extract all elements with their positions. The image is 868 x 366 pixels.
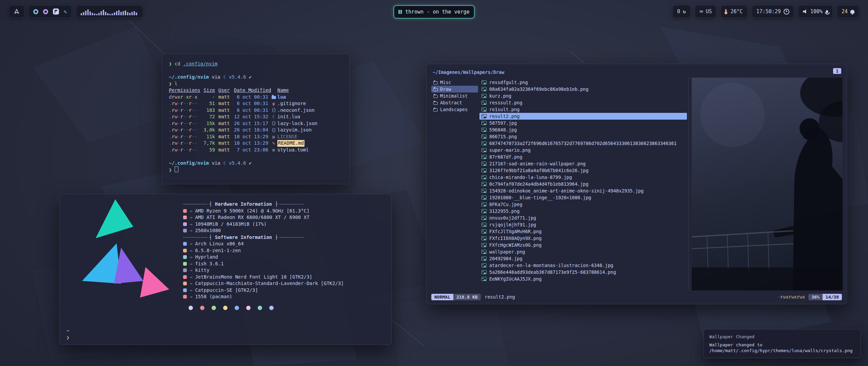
lua-moon-icon: ☾ bbox=[223, 160, 226, 166]
file-list-item[interactable]: 0c794faf07de24a4db4d4fb1eb813964.jpg bbox=[479, 181, 687, 187]
volume-pill[interactable]: 100% bbox=[798, 5, 833, 18]
file-name: FXfcHgcWIAMzs0G.png bbox=[489, 242, 541, 248]
permissions: .rw-r--r-- bbox=[169, 127, 201, 134]
file-list-item[interactable]: nnvuv0xj2df71.jpg bbox=[479, 215, 687, 221]
permissions: .rw-r--r-- bbox=[169, 134, 201, 140]
file-name: 19201080-__blue-tinge__-1920×1080.jpg bbox=[489, 195, 591, 200]
file-list-item[interactable]: resssult.png bbox=[479, 99, 687, 106]
file-list-item[interactable]: 217167-sad-anime-rain-wallpaper.png bbox=[479, 160, 687, 167]
file-list-item[interactable]: ressdfgult.png bbox=[479, 79, 687, 86]
palette-dot bbox=[223, 306, 228, 310]
notification-body: Wallpaper changed to /home/matt/.config/… bbox=[709, 342, 855, 353]
workspaces-pill bbox=[28, 5, 72, 18]
workspace-button[interactable] bbox=[53, 8, 59, 15]
image-file-icon bbox=[481, 162, 487, 166]
file-list-item[interactable]: 866715.png bbox=[479, 133, 687, 140]
launcher-button[interactable] bbox=[9, 5, 24, 18]
file-list-item[interactable]: 08a634fa02a32364f69ebc86a98eb1eb.png bbox=[479, 86, 687, 93]
info-value: AMD Ryzen 9 5900X (24) @ 4.9GHz [61.3°C] bbox=[195, 208, 309, 215]
blank-line bbox=[169, 67, 343, 74]
mode-badge: NORMAL bbox=[431, 294, 453, 300]
info-value: Hyprland bbox=[195, 254, 218, 261]
file-type-icon bbox=[272, 120, 276, 127]
software-icon bbox=[183, 249, 187, 252]
file-list-item[interactable]: chica-mirando-la-luna-8799.jpg bbox=[479, 174, 687, 181]
workspace-button[interactable] bbox=[33, 9, 38, 14]
file-name: 587597.jpg bbox=[489, 120, 517, 126]
text-cursor bbox=[175, 166, 178, 172]
file-list-item[interactable]: super-mario.png bbox=[479, 147, 687, 154]
info-row: →10948MiB / 64183MiB (17%) bbox=[183, 221, 387, 228]
file-list-item[interactable]: result2.png bbox=[479, 113, 687, 120]
temperature-pill[interactable]: 26°C bbox=[721, 5, 747, 18]
updates-pill[interactable]: 0 ↻ bbox=[672, 5, 691, 18]
file-list-item[interactable]: 68747470733a2f2f696d616765732d7769786d70… bbox=[479, 140, 687, 147]
software-icon bbox=[183, 255, 187, 259]
file-name: init.lua bbox=[277, 114, 300, 120]
tab-badge[interactable]: 1 bbox=[833, 68, 841, 74]
top-bar-right: 0 ↻ ⌨ US 26°C 17:50:29 100% 24 bbox=[672, 5, 859, 18]
image-file-icon bbox=[481, 202, 487, 206]
arrow-icon: → bbox=[190, 227, 192, 234]
software-icon bbox=[183, 262, 187, 266]
fetch-terminal-window[interactable]: ┤ Hardware Information ├ →AMD Ryzen 9 59… bbox=[59, 194, 392, 345]
info-row: →Catppuccin-Macchiato-Standard-Lavender-… bbox=[183, 280, 387, 287]
file-list-item[interactable]: FXfcHgcWIAMzs0G.png bbox=[479, 242, 687, 248]
file-list-item[interactable]: FXfcJlTXgAMvH6R.png bbox=[479, 228, 687, 235]
file-list-item[interactable]: 154928-odinokoe_anime-art-anime-okno-sin… bbox=[479, 187, 687, 194]
palette-dot bbox=[235, 306, 239, 310]
file-date: 6 oct 00:31 bbox=[234, 94, 270, 101]
file-list-item[interactable]: 3126f7e9bbf21a8a4af0b67b041c6e26.jpg bbox=[479, 167, 687, 174]
file-list-item[interactable]: FXfcII0X0AQyn9X.png bbox=[479, 235, 687, 242]
file-row: .rw-r--r-- 59 matt 7 oct 23:06 stylua.to… bbox=[169, 147, 343, 154]
file-name: 596848.jpg bbox=[489, 127, 517, 133]
file-list-item[interactable]: EeNKYgIUcAAJ5JX.png bbox=[479, 276, 687, 282]
image-file-icon bbox=[481, 216, 487, 220]
keyboard-layout-pill[interactable]: ⌨ US bbox=[695, 5, 716, 18]
media-pill[interactable]: thrown - on the verge bbox=[393, 5, 475, 19]
sidebar-directory-item[interactable]: Draw bbox=[431, 86, 478, 93]
file-manager-window[interactable]: ~/Imagenes/Wallpapers/Draw 1 Misc Draw M… bbox=[426, 64, 847, 304]
file-size: 11k bbox=[201, 134, 215, 140]
distro-logo bbox=[63, 197, 178, 304]
file-list-item[interactable]: 19201080-__blue-tinge__-1920×1080.jpg bbox=[479, 194, 687, 201]
directory-name: Minimalist bbox=[440, 93, 468, 99]
workspace-button[interactable] bbox=[43, 9, 48, 14]
file-list-item[interactable]: 5a266e448add93deab367d87173e9f25-6837886… bbox=[479, 269, 687, 276]
file-list-item[interactable]: 3122955.png bbox=[479, 208, 687, 215]
sidebar-directory-item[interactable]: Misc bbox=[431, 79, 478, 86]
file-list-item[interactable]: re1sult.png bbox=[479, 106, 687, 113]
file-list-item[interactable]: 87r687df.png bbox=[479, 154, 687, 160]
file-list-item[interactable]: 8FKa7Cu.jpeg bbox=[479, 201, 687, 208]
info-value: Catppuccin-SE [GTK2/3] bbox=[195, 287, 258, 294]
file-list-item[interactable]: 20492984.jpg bbox=[479, 255, 687, 262]
file-list-item[interactable]: wallpaper.png bbox=[479, 248, 687, 255]
notifications-pill[interactable]: 24 bbox=[837, 5, 859, 18]
thermometer-icon bbox=[725, 9, 727, 13]
sidebar-directory-item[interactable]: Minimalist bbox=[431, 93, 478, 99]
sidebar-directory-item[interactable]: Abstract bbox=[431, 99, 478, 106]
update-icon: ↻ bbox=[683, 8, 686, 15]
image-file-icon bbox=[481, 277, 487, 281]
file-list-item[interactable]: atardecer-en-la-montanas-ilustracion-634… bbox=[479, 262, 687, 269]
microphone-icon bbox=[826, 10, 828, 13]
workspace-button[interactable] bbox=[64, 8, 67, 15]
file-list-item[interactable]: kurz.png bbox=[479, 93, 687, 99]
file-type-icon bbox=[272, 107, 276, 114]
info-row: →Catppuccin-SE [GTK2/3] bbox=[183, 287, 387, 294]
file-size: - bbox=[201, 94, 215, 101]
terminal-window[interactable]: ❯ cd .config/nvim ~/.config/nvim via ☾ v… bbox=[162, 54, 350, 184]
file-type-icon bbox=[272, 100, 275, 107]
clock-pill[interactable]: 17:50:29 bbox=[752, 5, 794, 18]
file-list-item[interactable]: 596848.jpg bbox=[479, 126, 687, 133]
image-file-icon bbox=[481, 135, 487, 139]
file-list-item[interactable]: rsjqojlmjhf91.jpg bbox=[479, 221, 687, 228]
image-file-icon bbox=[481, 121, 487, 125]
directory-sidebar: Misc Draw Minimalist Abstract Landscapes bbox=[431, 79, 478, 113]
file-name: 87r687df.png bbox=[489, 154, 522, 160]
image-file-icon bbox=[481, 175, 487, 179]
file-list-item[interactable]: 587597.jpg bbox=[479, 120, 687, 126]
notification-toast[interactable]: Wallpaper Changed Wallpaper changed to /… bbox=[704, 329, 861, 358]
visualizer-pill[interactable] bbox=[76, 5, 143, 18]
sidebar-directory-item[interactable]: Landscapes bbox=[431, 106, 478, 113]
